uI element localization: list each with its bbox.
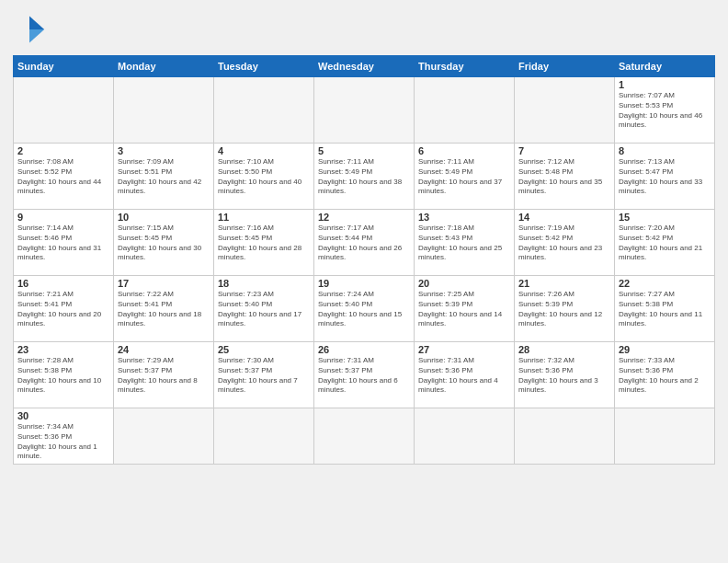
- day-info: Sunrise: 7:34 AM Sunset: 5:36 PM Dayligh…: [17, 422, 109, 462]
- calendar-cell: 29Sunrise: 7:33 AM Sunset: 5:36 PM Dayli…: [615, 342, 715, 408]
- day-number: 27: [418, 344, 510, 355]
- calendar-cell: 28Sunrise: 7:32 AM Sunset: 5:36 PM Dayli…: [515, 342, 615, 408]
- day-info: Sunrise: 7:14 AM Sunset: 5:46 PM Dayligh…: [17, 224, 109, 263]
- week-row-3: 16Sunrise: 7:21 AM Sunset: 5:41 PM Dayli…: [14, 276, 715, 342]
- day-number: 16: [17, 278, 109, 289]
- calendar-cell: [415, 408, 515, 465]
- day-number: 23: [17, 344, 109, 355]
- day-number: 29: [619, 344, 711, 355]
- calendar-cell: 8Sunrise: 7:13 AM Sunset: 5:47 PM Daylig…: [615, 144, 715, 210]
- day-number: 14: [518, 212, 610, 223]
- svg-marker-1: [29, 17, 44, 29]
- day-info: Sunrise: 7:32 AM Sunset: 5:36 PM Dayligh…: [518, 356, 610, 396]
- day-info: Sunrise: 7:07 AM Sunset: 5:53 PM Dayligh…: [619, 91, 711, 131]
- weekday-header-sunday: Sunday: [14, 56, 114, 77]
- logo: [13, 13, 50, 46]
- calendar-cell: 9Sunrise: 7:14 AM Sunset: 5:46 PM Daylig…: [14, 210, 114, 276]
- day-info: Sunrise: 7:24 AM Sunset: 5:40 PM Dayligh…: [318, 290, 410, 329]
- calendar-cell: 27Sunrise: 7:31 AM Sunset: 5:36 PM Dayli…: [415, 342, 515, 408]
- week-row-5: 30Sunrise: 7:34 AM Sunset: 5:36 PM Dayli…: [14, 408, 715, 465]
- calendar-cell: [114, 408, 214, 465]
- calendar-cell: 1Sunrise: 7:07 AM Sunset: 5:53 PM Daylig…: [615, 77, 715, 144]
- day-info: Sunrise: 7:33 AM Sunset: 5:36 PM Dayligh…: [619, 356, 711, 396]
- calendar-cell: 6Sunrise: 7:11 AM Sunset: 5:49 PM Daylig…: [415, 144, 515, 210]
- calendar-cell: [14, 77, 114, 144]
- calendar-cell: 24Sunrise: 7:29 AM Sunset: 5:37 PM Dayli…: [114, 342, 214, 408]
- day-number: 12: [318, 212, 410, 223]
- calendar-cell: [314, 408, 415, 465]
- day-info: Sunrise: 7:10 AM Sunset: 5:50 PM Dayligh…: [218, 157, 310, 197]
- calendar-cell: [314, 77, 415, 144]
- calendar-cell: 10Sunrise: 7:15 AM Sunset: 5:45 PM Dayli…: [114, 210, 214, 276]
- week-row-2: 9Sunrise: 7:14 AM Sunset: 5:46 PM Daylig…: [14, 210, 715, 276]
- day-number: 25: [218, 344, 310, 355]
- calendar-cell: [214, 408, 314, 465]
- day-info: Sunrise: 7:30 AM Sunset: 5:37 PM Dayligh…: [218, 356, 310, 396]
- day-number: 24: [118, 344, 210, 355]
- calendar-cell: [214, 77, 314, 144]
- calendar-cell: 21Sunrise: 7:26 AM Sunset: 5:39 PM Dayli…: [515, 276, 615, 342]
- calendar-cell: 22Sunrise: 7:27 AM Sunset: 5:38 PM Dayli…: [615, 276, 715, 342]
- calendar-cell: 13Sunrise: 7:18 AM Sunset: 5:43 PM Dayli…: [415, 210, 515, 276]
- day-number: 4: [218, 145, 310, 156]
- weekday-header-friday: Friday: [515, 56, 615, 77]
- weekday-header-saturday: Saturday: [615, 56, 715, 77]
- weekday-header-tuesday: Tuesday: [214, 56, 314, 77]
- header: [13, 13, 715, 46]
- calendar-cell: 14Sunrise: 7:19 AM Sunset: 5:42 PM Dayli…: [515, 210, 615, 276]
- calendar-cell: 16Sunrise: 7:21 AM Sunset: 5:41 PM Dayli…: [14, 276, 114, 342]
- calendar-cell: 5Sunrise: 7:11 AM Sunset: 5:49 PM Daylig…: [314, 144, 415, 210]
- week-row-1: 2Sunrise: 7:08 AM Sunset: 5:52 PM Daylig…: [14, 144, 715, 210]
- calendar-cell: 17Sunrise: 7:22 AM Sunset: 5:41 PM Dayli…: [114, 276, 214, 342]
- weekday-header-monday: Monday: [114, 56, 214, 77]
- calendar-cell: 25Sunrise: 7:30 AM Sunset: 5:37 PM Dayli…: [214, 342, 314, 408]
- day-info: Sunrise: 7:09 AM Sunset: 5:51 PM Dayligh…: [118, 157, 210, 197]
- calendar-cell: 19Sunrise: 7:24 AM Sunset: 5:40 PM Dayli…: [314, 276, 415, 342]
- calendar-cell: [415, 77, 515, 144]
- calendar-cell: 2Sunrise: 7:08 AM Sunset: 5:52 PM Daylig…: [14, 144, 114, 210]
- day-info: Sunrise: 7:31 AM Sunset: 5:36 PM Dayligh…: [418, 356, 510, 396]
- day-info: Sunrise: 7:26 AM Sunset: 5:39 PM Dayligh…: [518, 290, 610, 329]
- day-info: Sunrise: 7:18 AM Sunset: 5:43 PM Dayligh…: [418, 224, 510, 263]
- day-info: Sunrise: 7:19 AM Sunset: 5:42 PM Dayligh…: [518, 224, 610, 263]
- day-info: Sunrise: 7:08 AM Sunset: 5:52 PM Dayligh…: [17, 157, 109, 197]
- day-number: 8: [619, 145, 711, 156]
- calendar-cell: 11Sunrise: 7:16 AM Sunset: 5:45 PM Dayli…: [214, 210, 314, 276]
- week-row-0: 1Sunrise: 7:07 AM Sunset: 5:53 PM Daylig…: [14, 77, 715, 144]
- day-number: 28: [518, 344, 610, 355]
- day-info: Sunrise: 7:13 AM Sunset: 5:47 PM Dayligh…: [619, 157, 711, 197]
- day-info: Sunrise: 7:12 AM Sunset: 5:48 PM Dayligh…: [518, 157, 610, 197]
- day-number: 7: [518, 145, 610, 156]
- calendar-cell: 4Sunrise: 7:10 AM Sunset: 5:50 PM Daylig…: [214, 144, 314, 210]
- day-info: Sunrise: 7:16 AM Sunset: 5:45 PM Dayligh…: [218, 224, 310, 263]
- day-info: Sunrise: 7:31 AM Sunset: 5:37 PM Dayligh…: [318, 356, 410, 396]
- day-info: Sunrise: 7:17 AM Sunset: 5:44 PM Dayligh…: [318, 224, 410, 263]
- weekday-header-thursday: Thursday: [415, 56, 515, 77]
- day-number: 26: [318, 344, 410, 355]
- calendar-cell: 20Sunrise: 7:25 AM Sunset: 5:39 PM Dayli…: [415, 276, 515, 342]
- day-info: Sunrise: 7:21 AM Sunset: 5:41 PM Dayligh…: [17, 290, 109, 329]
- day-info: Sunrise: 7:25 AM Sunset: 5:39 PM Dayligh…: [418, 290, 510, 329]
- day-number: 11: [218, 212, 310, 223]
- weekday-header-row: SundayMondayTuesdayWednesdayThursdayFrid…: [14, 56, 715, 77]
- day-number: 1: [619, 79, 711, 90]
- svg-marker-2: [29, 29, 44, 42]
- calendar-cell: 3Sunrise: 7:09 AM Sunset: 5:51 PM Daylig…: [114, 144, 214, 210]
- day-number: 15: [619, 212, 711, 223]
- day-info: Sunrise: 7:22 AM Sunset: 5:41 PM Dayligh…: [118, 290, 210, 329]
- day-info: Sunrise: 7:23 AM Sunset: 5:40 PM Dayligh…: [218, 290, 310, 329]
- calendar-cell: 26Sunrise: 7:31 AM Sunset: 5:37 PM Dayli…: [314, 342, 415, 408]
- day-info: Sunrise: 7:11 AM Sunset: 5:49 PM Dayligh…: [418, 157, 510, 197]
- day-info: Sunrise: 7:15 AM Sunset: 5:45 PM Dayligh…: [118, 224, 210, 263]
- calendar-cell: 30Sunrise: 7:34 AM Sunset: 5:36 PM Dayli…: [14, 408, 114, 465]
- day-info: Sunrise: 7:27 AM Sunset: 5:38 PM Dayligh…: [619, 290, 711, 329]
- day-number: 6: [418, 145, 510, 156]
- day-number: 13: [418, 212, 510, 223]
- day-info: Sunrise: 7:29 AM Sunset: 5:37 PM Dayligh…: [118, 356, 210, 396]
- day-number: 2: [17, 145, 109, 156]
- weekday-header-wednesday: Wednesday: [314, 56, 415, 77]
- day-number: 20: [418, 278, 510, 289]
- day-number: 3: [118, 145, 210, 156]
- week-row-4: 23Sunrise: 7:28 AM Sunset: 5:38 PM Dayli…: [14, 342, 715, 408]
- day-info: Sunrise: 7:28 AM Sunset: 5:38 PM Dayligh…: [17, 356, 109, 396]
